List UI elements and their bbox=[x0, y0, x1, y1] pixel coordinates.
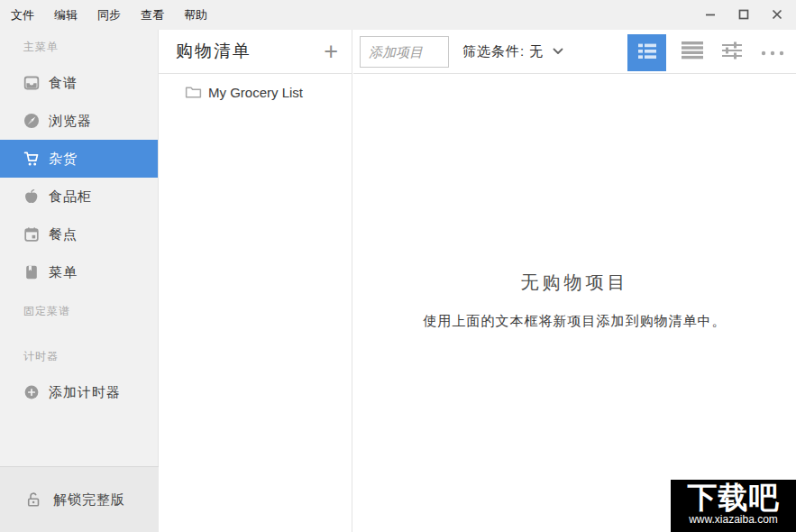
view-list-lines-button[interactable] bbox=[682, 41, 703, 62]
empty-state-subtitle: 使用上面的文本框将新项目添加到购物清单中。 bbox=[353, 313, 796, 330]
sidebar-item-label: 浏览器 bbox=[49, 113, 92, 130]
sidebar-item-label: 食品柜 bbox=[49, 188, 92, 206]
menu-sync[interactable]: 同步 bbox=[88, 0, 130, 30]
grocery-toolbar: 筛选条件: 无 bbox=[353, 30, 796, 74]
chevron-down-icon bbox=[553, 48, 563, 55]
menu-help[interactable]: 帮助 bbox=[175, 0, 216, 30]
close-button[interactable] bbox=[760, 0, 793, 30]
sidebar-item-meals[interactable]: 餐点 bbox=[0, 216, 158, 253]
close-icon bbox=[772, 7, 782, 23]
window-controls bbox=[693, 0, 793, 30]
sidebar-item-label: 菜单 bbox=[49, 264, 78, 281]
menu-view[interactable]: 查看 bbox=[132, 0, 173, 30]
add-timer-button[interactable]: 添加计时器 bbox=[0, 373, 158, 411]
grocery-list-item[interactable]: My Grocery List bbox=[159, 78, 352, 105]
list-panel-header: 购物清单 + bbox=[159, 30, 352, 74]
maximize-icon bbox=[738, 7, 749, 23]
more-options-button[interactable] bbox=[761, 45, 784, 59]
minimize-button[interactable] bbox=[693, 0, 727, 30]
calendar-icon bbox=[23, 225, 41, 243]
sidebar-section-timers: 计时器 bbox=[0, 328, 158, 373]
tune-sliders-icon bbox=[720, 41, 744, 62]
shopping-lists-panel: 购物清单 + My Grocery List bbox=[159, 30, 352, 532]
sidebar-item-label: 杂货 bbox=[49, 151, 78, 168]
grocery-list-label: My Grocery List bbox=[208, 85, 303, 100]
sidebar-item-groceries[interactable]: 杂货 bbox=[0, 140, 158, 178]
apple-icon bbox=[23, 188, 41, 206]
watermark-logo: 下载吧 bbox=[671, 480, 796, 516]
filter-label: 筛选条件: bbox=[462, 43, 525, 60]
book-icon bbox=[23, 263, 41, 281]
watermark-url: www.xiazaiba.com bbox=[671, 514, 796, 526]
lock-open-icon bbox=[24, 491, 42, 509]
folder-icon bbox=[185, 85, 202, 99]
filter-value: 无 bbox=[529, 43, 544, 60]
grocery-items-area: 无购物项目 使用上面的文本框将新项目添加到购物清单中。 bbox=[353, 74, 796, 532]
sidebar-section-main: 主菜单 bbox=[0, 30, 158, 64]
menu-edit[interactable]: 编辑 bbox=[45, 0, 87, 30]
shopping-cart-icon bbox=[23, 150, 41, 168]
sidebar-item-pantry[interactable]: 食品柜 bbox=[0, 178, 158, 216]
unlock-label: 解锁完整版 bbox=[53, 491, 125, 509]
minimize-icon bbox=[705, 7, 716, 23]
sidebar-item-browser[interactable]: 浏览器 bbox=[0, 102, 158, 140]
list-lines-icon bbox=[682, 41, 703, 62]
sidebar-section-pinned: 固定菜谱 bbox=[0, 291, 158, 328]
panel-title: 购物清单 bbox=[176, 40, 324, 63]
unlock-full-version-button[interactable]: 解锁完整版 bbox=[0, 466, 159, 532]
xiazaiba-watermark: 下载吧 www.xiazaiba.com bbox=[671, 480, 796, 532]
recipe-box-icon bbox=[23, 74, 41, 92]
plus-circle-icon bbox=[23, 383, 41, 401]
compass-icon bbox=[23, 112, 41, 130]
sort-options-button[interactable] bbox=[720, 41, 744, 62]
sidebar-item-label: 食谱 bbox=[49, 75, 78, 92]
empty-state-title: 无购物项目 bbox=[353, 271, 796, 295]
grouped-list-icon bbox=[637, 43, 657, 62]
empty-state: 无购物项目 使用上面的文本框将新项目添加到购物清单中。 bbox=[353, 271, 796, 330]
sidebar-item-recipes[interactable]: 食谱 bbox=[0, 64, 158, 102]
filter-dropdown[interactable]: 筛选条件: 无 bbox=[462, 43, 563, 60]
sidebar: 主菜单 食谱 浏览器 杂货 食品柜 餐点 菜单 固定菜谱 bbox=[0, 30, 159, 532]
more-dots-icon bbox=[761, 45, 784, 59]
sidebar-item-menus[interactable]: 菜单 bbox=[0, 253, 158, 291]
sidebar-item-label: 餐点 bbox=[49, 226, 78, 243]
menu-file[interactable]: 文件 bbox=[2, 0, 43, 30]
view-grouped-list-button[interactable] bbox=[627, 34, 666, 71]
add-timer-label: 添加计时器 bbox=[49, 384, 121, 401]
add-list-button[interactable]: + bbox=[324, 40, 338, 64]
menubar: 文件 编辑 同步 查看 帮助 bbox=[0, 0, 796, 30]
maximize-button[interactable] bbox=[727, 0, 760, 30]
add-item-input[interactable] bbox=[360, 36, 449, 68]
